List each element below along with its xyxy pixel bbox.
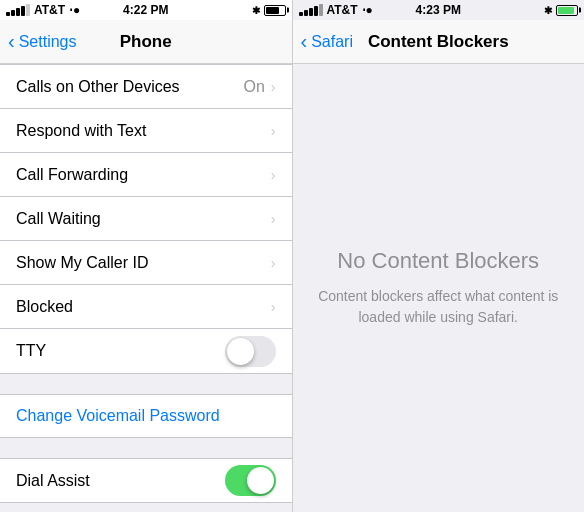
chevron-icon: › bbox=[271, 167, 276, 183]
dial-assist-toggle[interactable] bbox=[225, 465, 276, 496]
battery-icon bbox=[264, 5, 286, 16]
chevron-icon: › bbox=[271, 255, 276, 271]
right-status-bar-right: ✱ bbox=[544, 5, 578, 16]
call-waiting-item[interactable]: Call Waiting › bbox=[0, 197, 292, 241]
tty-toggle[interactable] bbox=[225, 336, 276, 367]
right-status-bar-left: AT&T ⋅● bbox=[299, 3, 373, 17]
show-caller-id-right: › bbox=[271, 255, 276, 271]
left-status-bar: AT&T ⋅● 4:22 PM ✱ bbox=[0, 0, 292, 20]
section-group-1: Calls on Other Devices On › Respond with… bbox=[0, 64, 292, 374]
no-content-title: No Content Blockers bbox=[337, 248, 539, 274]
right-nav-title: Content Blockers bbox=[368, 32, 509, 52]
call-forwarding-label: Call Forwarding bbox=[16, 166, 128, 184]
right-bluetooth-icon: ✱ bbox=[544, 5, 552, 16]
back-chevron-icon: ‹ bbox=[8, 30, 15, 53]
calls-other-devices-right: On › bbox=[243, 78, 275, 96]
call-forwarding-item[interactable]: Call Forwarding › bbox=[0, 153, 292, 197]
right-status-bar: AT&T ⋅● 4:23 PM ✱ bbox=[293, 0, 585, 20]
blocked-right: › bbox=[271, 299, 276, 315]
section-gap-2 bbox=[0, 438, 292, 458]
call-waiting-right: › bbox=[271, 211, 276, 227]
chevron-icon: › bbox=[271, 211, 276, 227]
blocked-item[interactable]: Blocked › bbox=[0, 285, 292, 329]
left-time: 4:22 PM bbox=[123, 3, 168, 17]
bluetooth-icon: ✱ bbox=[252, 5, 260, 16]
tty-label: TTY bbox=[16, 342, 46, 360]
respond-with-text-right: › bbox=[271, 123, 276, 139]
status-bar-left: AT&T ⋅● bbox=[6, 3, 80, 17]
no-content-desc: Content blockers affect what content is … bbox=[313, 286, 565, 328]
right-back-button[interactable]: ‹ Safari bbox=[301, 30, 353, 53]
right-back-chevron-icon: ‹ bbox=[301, 30, 308, 53]
tty-item[interactable]: TTY bbox=[0, 329, 292, 373]
right-battery-icon bbox=[556, 5, 578, 16]
dial-assist-section: Dial Assist bbox=[0, 458, 292, 503]
calls-other-devices-label: Calls on Other Devices bbox=[16, 78, 180, 96]
signal-bars bbox=[6, 4, 30, 16]
calls-other-devices-value: On bbox=[243, 78, 264, 96]
left-panel: AT&T ⋅● 4:22 PM ✱ ‹ Settings Phone Calls… bbox=[0, 0, 292, 512]
right-panel: AT&T ⋅● 4:23 PM ✱ ‹ Safari Content Block… bbox=[293, 0, 585, 512]
change-voicemail-label: Change Voicemail Password bbox=[16, 407, 220, 425]
section-gap-1 bbox=[0, 374, 292, 394]
right-time: 4:23 PM bbox=[416, 3, 461, 17]
left-nav-title: Phone bbox=[120, 32, 172, 52]
right-signal-bars bbox=[299, 4, 323, 16]
right-wifi-icon: ⋅● bbox=[362, 3, 373, 17]
right-back-label[interactable]: Safari bbox=[311, 33, 353, 51]
dial-assist-item[interactable]: Dial Assist bbox=[0, 459, 292, 503]
battery-fill bbox=[266, 7, 279, 14]
respond-with-text-label: Respond with Text bbox=[16, 122, 146, 140]
carrier-name: AT&T bbox=[34, 3, 65, 17]
call-forwarding-right: › bbox=[271, 167, 276, 183]
status-bar-right: ✱ bbox=[252, 5, 286, 16]
blocked-label: Blocked bbox=[16, 298, 73, 316]
right-nav-bar: ‹ Safari Content Blockers bbox=[293, 20, 585, 64]
dial-assist-description: Dial assist automatically determines the… bbox=[0, 503, 292, 512]
right-carrier-name: AT&T bbox=[327, 3, 358, 17]
call-waiting-label: Call Waiting bbox=[16, 210, 101, 228]
change-voicemail-item[interactable]: Change Voicemail Password bbox=[0, 394, 292, 438]
chevron-icon: › bbox=[271, 79, 276, 95]
back-button[interactable]: ‹ Settings bbox=[8, 30, 76, 53]
chevron-icon: › bbox=[271, 123, 276, 139]
settings-list: Calls on Other Devices On › Respond with… bbox=[0, 64, 292, 512]
right-battery-fill bbox=[558, 7, 574, 14]
content-blockers-body: No Content Blockers Content blockers aff… bbox=[293, 64, 585, 512]
respond-with-text-item[interactable]: Respond with Text › bbox=[0, 109, 292, 153]
show-caller-id-item[interactable]: Show My Caller ID › bbox=[0, 241, 292, 285]
dial-assist-label: Dial Assist bbox=[16, 472, 90, 490]
calls-other-devices-item[interactable]: Calls on Other Devices On › bbox=[0, 65, 292, 109]
wifi-icon: ⋅● bbox=[69, 3, 80, 17]
back-label[interactable]: Settings bbox=[19, 33, 77, 51]
show-caller-id-label: Show My Caller ID bbox=[16, 254, 148, 272]
left-nav-bar: ‹ Settings Phone bbox=[0, 20, 292, 64]
chevron-icon: › bbox=[271, 299, 276, 315]
